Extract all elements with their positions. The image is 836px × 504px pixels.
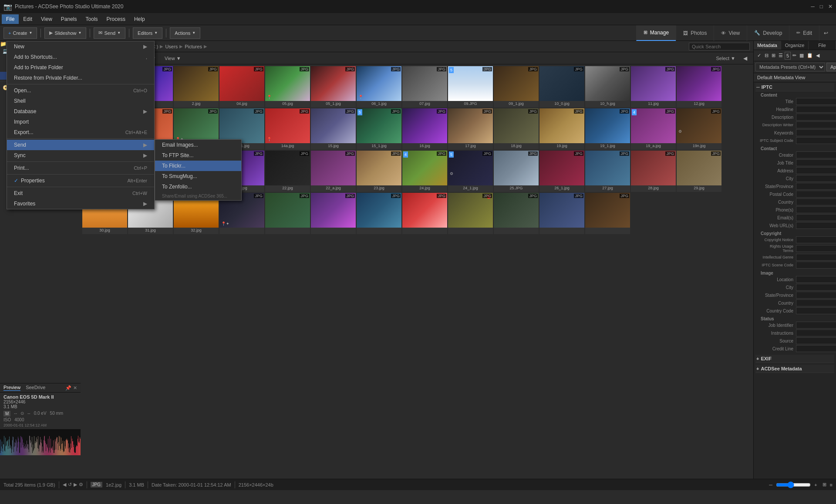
submenu-email[interactable]: Email Images... — [155, 140, 241, 150]
menu-item-panels[interactable]: Panels — [57, 14, 81, 24]
keywords-input[interactable] — [796, 129, 836, 136]
list-item[interactable]: JPG 11.jpg — [631, 66, 676, 108]
view-mode-2-icon[interactable]: ≡ — [830, 482, 833, 487]
list-item[interactable]: JPG — [585, 193, 630, 234]
list-item[interactable]: JPG 07.jpg — [402, 66, 447, 108]
apply-button[interactable]: Apply — [826, 63, 836, 71]
submenu-smugmug[interactable]: To SmugMug... — [155, 171, 241, 181]
list-item[interactable]: 📍 JPG 06_1.jpg — [357, 66, 401, 108]
tab-file[interactable]: File — [809, 41, 836, 50]
editors-button[interactable]: Editors ▼ — [133, 27, 162, 39]
list-item[interactable]: 5 JPG 09.JPG — [448, 66, 493, 108]
exif-header[interactable]: + EXIF — [755, 355, 834, 363]
metadata-preset-select[interactable]: Metadata Presets (Ctrl+M) — [755, 63, 825, 71]
acdsee-header[interactable]: + ACDSee Metadata — [755, 365, 834, 373]
dd-database[interactable]: Database ▶ — [7, 106, 154, 117]
list-item[interactable]: JPG 04.jpg — [219, 66, 264, 108]
address-input[interactable] — [796, 167, 836, 174]
img-city-input[interactable] — [796, 284, 836, 291]
back-arrow-icon[interactable]: ◀ — [815, 52, 821, 59]
slideshow-button[interactable]: ▶ Slideshow ▼ — [44, 27, 86, 39]
title-input[interactable] — [796, 98, 836, 105]
iptc-scene-input[interactable] — [796, 262, 836, 269]
list-item[interactable]: JPG 12.jpg — [677, 66, 721, 108]
location-input[interactable] — [796, 276, 836, 283]
list-item[interactable]: JPG 17.jpg — [448, 108, 493, 150]
list-item[interactable]: JPG — [265, 193, 310, 234]
menu-item-file[interactable]: File — [2, 14, 19, 24]
dd-import[interactable]: Import — [7, 117, 154, 127]
list-item[interactable]: 5 ⚙ JPG 24_1.jpg — [448, 151, 493, 192]
dd-add-shortcuts[interactable]: Add to Shortcuts... , — [7, 52, 154, 62]
list-item[interactable]: JPG 18.jpg — [494, 108, 539, 150]
list-item[interactable]: JPG 2.jpg — [174, 66, 219, 108]
tab-develop[interactable]: 🔧 Develop — [747, 25, 789, 41]
list-item[interactable]: 5 JPG 15_1.jpg — [357, 108, 401, 150]
tab-manage[interactable]: ⊞ Manage — [636, 25, 676, 41]
list-item[interactable]: JPG 10_h.jpg — [585, 66, 630, 108]
list-item[interactable]: JPG 16.jpg — [402, 108, 447, 150]
send-button[interactable]: ✉ Send ▼ — [94, 27, 125, 39]
country-code-input[interactable] — [796, 307, 836, 314]
submenu-flickr[interactable]: To Flickr... — [155, 161, 241, 171]
submenu-ftp[interactable]: To FTP Site... — [155, 150, 241, 161]
state-province-input[interactable] — [796, 183, 836, 190]
list-item[interactable]: JPG — [539, 193, 584, 234]
list-item[interactable]: JPG 05_1.jpg — [311, 66, 356, 108]
pencil-icon[interactable]: ✏ — [791, 52, 798, 59]
subject-code-input[interactable] — [796, 137, 836, 144]
rights-usage-input[interactable] — [796, 245, 836, 252]
collapse-panel-icon[interactable]: ◀ — [741, 54, 750, 62]
tab-photos[interactable]: 🖼 Photos — [676, 25, 714, 41]
list-item[interactable]: JPG — [402, 193, 447, 234]
bread-item-users[interactable]: Users — [165, 44, 178, 49]
quick-search-input[interactable] — [689, 43, 750, 50]
menu-item-process[interactable]: Process — [102, 14, 130, 24]
list-item[interactable]: JPG 27.jpg — [585, 151, 630, 192]
view-button[interactable]: View ▼ — [161, 55, 185, 62]
creator-input[interactable] — [796, 151, 836, 158]
tab-seedrive[interactable]: SeeDrive — [26, 385, 45, 391]
job-title-input[interactable] — [796, 159, 836, 166]
dd-send[interactable]: Send ▶ — [7, 140, 154, 150]
list-item[interactable]: JPG — [494, 193, 539, 234]
phones-input[interactable] — [796, 206, 836, 213]
zoom-in-icon[interactable]: + — [814, 482, 817, 487]
list-item[interactable]: 4 JPG 19_a.jpg — [631, 108, 676, 150]
desc-writer-input[interactable] — [796, 121, 836, 128]
dd-new[interactable]: New ▶ — [7, 41, 154, 52]
submenu-zenfolio[interactable]: To Zenfolio... — [155, 181, 241, 192]
maximize-button[interactable]: □ — [820, 3, 823, 10]
zoom-slider[interactable] — [776, 482, 811, 487]
next-icon[interactable]: ▶ — [74, 482, 77, 487]
prev-icon[interactable]: ◀ — [63, 482, 66, 487]
menu-item-edit[interactable]: Edit — [19, 14, 37, 24]
list-icon[interactable]: ☰ — [777, 52, 784, 59]
dd-shell[interactable]: Shell — [7, 96, 154, 106]
list-item[interactable]: JPG 19_1.jpg — [585, 108, 630, 150]
list-item[interactable]: JPG 10_0.jpg — [539, 66, 584, 108]
list-item[interactable]: JPG 23.jpg — [357, 151, 401, 192]
list-item[interactable]: JPG 22_a.jpg — [311, 151, 356, 192]
minus-box-icon[interactable]: ⊟ — [763, 52, 770, 59]
tab-metadata[interactable]: Metadata — [754, 41, 781, 50]
back-icon[interactable]: ↩ — [819, 25, 833, 41]
city-input[interactable] — [796, 175, 836, 182]
instructions-input[interactable] — [796, 329, 836, 336]
dd-exit[interactable]: Exit Ctrl+W — [7, 188, 154, 198]
zoom-out-icon[interactable]: ─ — [769, 482, 772, 487]
list-item[interactable]: JPG 22.jpg — [265, 151, 310, 192]
list-item[interactable]: JPG — [357, 193, 401, 234]
tab-view[interactable]: 👁 View — [714, 25, 747, 41]
actions-button[interactable]: Actions ▼ — [170, 27, 200, 39]
list-item[interactable]: JPG 26_1.jpg — [539, 151, 584, 192]
dd-properties[interactable]: ✓ Properties Alt+Enter — [7, 175, 154, 186]
clipboard-icon[interactable]: 📋 — [806, 52, 814, 59]
dd-restore-private[interactable]: Restore from Private Folder... — [7, 73, 154, 83]
description-input[interactable] — [796, 114, 836, 121]
close-button[interactable]: ✕ — [828, 3, 833, 10]
create-button[interactable]: + Create ▼ — [3, 27, 37, 39]
list-item[interactable]: 🔴 JPG — [448, 193, 493, 234]
weburl-input[interactable] — [796, 222, 836, 229]
list-item[interactable]: 📍 JPG 05.jpg — [265, 66, 310, 108]
